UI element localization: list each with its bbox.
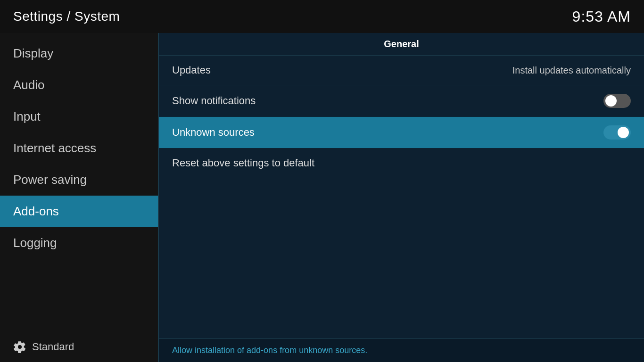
toggle-show-notifications[interactable] bbox=[603, 94, 631, 108]
setting-label-updates: Updates bbox=[172, 64, 211, 76]
toggle-unknown-sources[interactable] bbox=[603, 125, 631, 140]
description-bar: Allow installation of add-ons from unkno… bbox=[159, 338, 644, 362]
sidebar: Display Audio Input Internet access Powe… bbox=[0, 33, 158, 362]
sidebar-label-add-ons: Add-ons bbox=[13, 204, 59, 219]
sidebar-item-internet-access[interactable]: Internet access bbox=[0, 132, 158, 164]
main-layout: Display Audio Input Internet access Powe… bbox=[0, 33, 644, 362]
sidebar-label-power-saving: Power saving bbox=[13, 173, 87, 187]
sidebar-item-audio[interactable]: Audio bbox=[0, 69, 158, 101]
section-title: General bbox=[384, 39, 419, 49]
section-header: General bbox=[159, 33, 644, 56]
sidebar-label-display: Display bbox=[13, 46, 53, 61]
clock: 9:53 AM bbox=[572, 8, 631, 25]
setting-row-unknown-sources[interactable]: Unknown sources bbox=[159, 117, 644, 148]
content-area: General Updates Install updates automati… bbox=[159, 33, 644, 362]
settings-list: Updates Install updates automatically Sh… bbox=[159, 56, 644, 338]
sidebar-footer-label: Standard bbox=[32, 341, 74, 353]
setting-label-reset: Reset above settings to default bbox=[172, 157, 314, 169]
setting-row-updates[interactable]: Updates Install updates automatically bbox=[159, 56, 644, 85]
setting-row-show-notifications[interactable]: Show notifications bbox=[159, 85, 644, 117]
sidebar-item-add-ons[interactable]: Add-ons bbox=[0, 196, 158, 227]
sidebar-label-logging: Logging bbox=[13, 236, 57, 250]
sidebar-label-internet-access: Internet access bbox=[13, 141, 96, 156]
setting-row-reset[interactable]: Reset above settings to default bbox=[159, 148, 644, 178]
header: Settings / System 9:53 AM bbox=[0, 0, 644, 33]
setting-label-unknown-sources: Unknown sources bbox=[172, 126, 255, 139]
page-title: Settings / System bbox=[13, 9, 120, 24]
sidebar-label-audio: Audio bbox=[13, 78, 45, 92]
sidebar-footer[interactable]: Standard bbox=[0, 332, 158, 362]
setting-label-show-notifications: Show notifications bbox=[172, 95, 256, 107]
sidebar-item-logging[interactable]: Logging bbox=[0, 227, 158, 259]
sidebar-item-power-saving[interactable]: Power saving bbox=[0, 164, 158, 196]
setting-value-updates: Install updates automatically bbox=[512, 65, 631, 76]
description-text: Allow installation of add-ons from unkno… bbox=[172, 346, 367, 355]
sidebar-label-input: Input bbox=[13, 109, 41, 124]
sidebar-item-display[interactable]: Display bbox=[0, 38, 158, 69]
gear-icon bbox=[13, 340, 26, 354]
sidebar-item-input[interactable]: Input bbox=[0, 101, 158, 132]
